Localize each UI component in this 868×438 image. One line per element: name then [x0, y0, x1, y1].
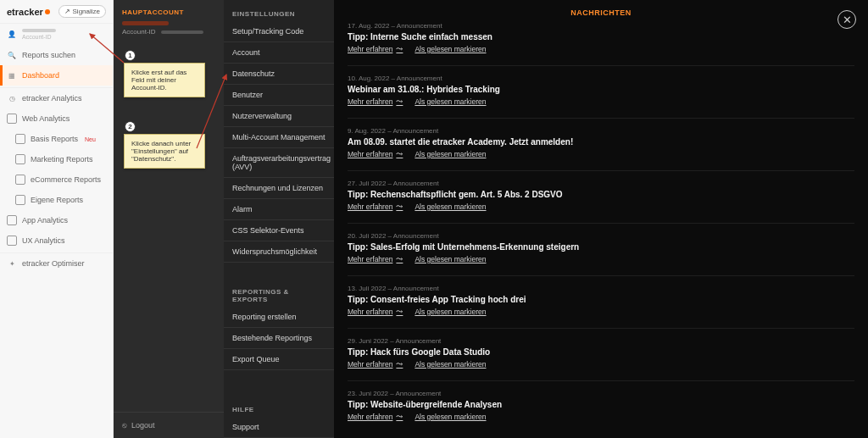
- report-icon: [15, 154, 25, 164]
- message-title: Webinar am 31.08.: Hybrides Tracking: [348, 85, 854, 94]
- mark-read-link[interactable]: Als gelesen markieren: [415, 150, 486, 158]
- nav-ux[interactable]: UX Analytics: [0, 230, 113, 251]
- brand-text: etracker: [7, 7, 43, 17]
- message: 9. Aug. 2022 – AnnouncementAm 08.09. sta…: [348, 127, 854, 170]
- message-date: 29. Juni 2022 – Announcement: [348, 337, 854, 345]
- report-icon: [15, 175, 25, 185]
- settings-item[interactable]: Benutzer: [224, 85, 334, 106]
- more-link[interactable]: Mehr erfahren ⤳: [348, 254, 403, 263]
- mark-read-link[interactable]: Als gelesen markieren: [415, 202, 486, 211]
- mark-read-link[interactable]: Als gelesen markieren: [415, 45, 486, 53]
- settings-item[interactable]: Datenschutz: [224, 64, 334, 85]
- nav-analytics[interactable]: ◷ etracker Analytics: [0, 87, 113, 108]
- more-link[interactable]: Mehr erfahren ⤳: [348, 97, 403, 106]
- message: 29. Juni 2022 – AnnouncementTipp: Hack f…: [348, 337, 854, 380]
- reports-item[interactable]: Export Queue: [224, 349, 334, 370]
- app-icon: [7, 215, 17, 225]
- callout-1-number: 1: [125, 50, 136, 61]
- message-date: 10. Aug. 2022 – Announcement: [348, 75, 854, 82]
- message: 10. Aug. 2022 – AnnouncementWebinar am 3…: [348, 75, 854, 118]
- settings-item[interactable]: CSS Selektor-Events: [224, 220, 334, 241]
- account-selector[interactable]: Account-ID: [114, 21, 224, 41]
- close-button[interactable]: ✕: [837, 10, 856, 29]
- plugin-icon: ✦: [7, 258, 17, 269]
- settings-item[interactable]: Rechnungen und Lizenzen: [224, 178, 334, 199]
- settings-item[interactable]: Account: [224, 42, 334, 64]
- arrow-right-icon: ⤳: [396, 359, 403, 369]
- callout-2-number: 2: [125, 121, 136, 132]
- settings-item[interactable]: Alarm: [224, 199, 334, 220]
- share-icon: ↗: [64, 8, 70, 15]
- logout-button[interactable]: ⎋ Logout: [114, 412, 224, 438]
- messages-panel: NACHRICHTEN ✕ 17. Aug. 2022 – Announceme…: [334, 0, 868, 438]
- primary-nav: etracker ↗ Signalize 👤 Account-ID 🔍 Repo…: [0, 0, 114, 438]
- mark-read-link[interactable]: Als gelesen markieren: [415, 255, 486, 263]
- help-header: HILFE: [224, 396, 334, 417]
- nav-basis-label: Basis Reports: [31, 135, 78, 143]
- nav-dashboard-label: Dashboard: [22, 71, 59, 80]
- messages-feed: 17. Aug. 2022 – AnnouncementTipp: Intern…: [334, 22, 868, 435]
- signalize-button[interactable]: ↗ Signalize: [58, 5, 106, 18]
- dashboard-icon: ▦: [7, 70, 17, 80]
- nav-eigene-label: Eigene Reports: [31, 196, 83, 204]
- account-panel-header: HAUPTACCOUNT: [114, 0, 224, 21]
- ux-icon: [7, 236, 17, 246]
- nav-app-label: App Analytics: [22, 216, 68, 225]
- arrow-right-icon: ⤳: [396, 149, 403, 158]
- message-date: 9. Aug. 2022 – Announcement: [348, 127, 854, 135]
- message-title: Tipp: Interne Suche einfach messen: [348, 32, 854, 42]
- more-link[interactable]: Mehr erfahren ⤳: [348, 412, 403, 421]
- settings-item[interactable]: Nutzerverwaltung: [224, 106, 334, 127]
- reports-item[interactable]: Reporting erstellen: [224, 307, 334, 328]
- more-link[interactable]: Mehr erfahren ⤳: [348, 359, 403, 369]
- account-row[interactable]: 👤 Account-ID: [0, 24, 113, 45]
- nav-app[interactable]: App Analytics: [0, 210, 113, 230]
- more-link[interactable]: Mehr erfahren ⤳: [348, 202, 403, 211]
- mark-read-link[interactable]: Als gelesen markieren: [415, 413, 486, 421]
- report-icon: [15, 195, 25, 205]
- nav-ecom-label: eCommerce Reports: [31, 175, 101, 184]
- report-icon: [15, 134, 25, 144]
- message: 23. Juni 2022 – AnnouncementTipp: Websit…: [348, 390, 854, 433]
- more-link[interactable]: Mehr erfahren ⤳: [348, 307, 403, 316]
- message-title: Tipp: Website-übergreifende Analysen: [348, 400, 854, 409]
- reports-item[interactable]: Bestehende Reportings: [224, 328, 334, 349]
- arrow-right-icon: ⤳: [396, 307, 403, 316]
- nav-marketing-label: Marketing Reports: [31, 155, 93, 164]
- nav-marketing[interactable]: Marketing Reports: [0, 149, 113, 169]
- message-title: Tipp: Sales-Erfolg mit Unternehmens-Erke…: [348, 242, 854, 252]
- mark-read-link[interactable]: Als gelesen markieren: [415, 360, 486, 369]
- nav-eigene[interactable]: Eigene Reports: [0, 190, 113, 210]
- arrow-right-icon: ⤳: [396, 412, 403, 421]
- settings-item[interactable]: Multi-Account Management: [224, 127, 334, 148]
- reports-header: REPORTINGS & EXPORTS: [224, 278, 334, 307]
- settings-item[interactable]: Widerspruchsmöglichkeit: [224, 241, 334, 263]
- nav-web[interactable]: Web Analytics: [0, 108, 113, 129]
- nav-optimiser-label: etracker Optimiser: [22, 259, 85, 268]
- mark-read-link[interactable]: Als gelesen markieren: [415, 308, 486, 316]
- more-link[interactable]: Mehr erfahren ⤳: [348, 149, 403, 158]
- callout-1: 1 Klicke erst auf das Feld mit deiner Ac…: [124, 63, 205, 97]
- arrow-right-icon: ⤳: [396, 254, 403, 263]
- help-item[interactable]: Support: [224, 417, 334, 438]
- new-badge: Neu: [85, 136, 96, 142]
- settings-item[interactable]: Auftragsverarbeitungsvertrag (AVV): [224, 148, 334, 178]
- nav-basis[interactable]: Basis Reports Neu: [0, 129, 113, 149]
- close-icon: ✕: [843, 14, 852, 26]
- settings-item[interactable]: Setup/Tracking Code: [224, 21, 334, 42]
- web-icon: [7, 114, 17, 124]
- nav-optimiser[interactable]: ✦ etracker Optimiser: [0, 252, 113, 274]
- account-id-redacted: [161, 30, 203, 34]
- message-date: 17. Aug. 2022 – Announcement: [348, 22, 854, 30]
- nav-web-label: Web Analytics: [22, 114, 70, 123]
- more-link[interactable]: Mehr erfahren ⤳: [348, 44, 403, 53]
- search-row[interactable]: 🔍 Reports suchen: [0, 45, 113, 65]
- mark-read-link[interactable]: Als gelesen markieren: [415, 97, 486, 106]
- message-date: 13. Juli 2022 – Announcement: [348, 285, 854, 292]
- message: 20. Juli 2022 – AnnouncementTipp: Sales-…: [348, 232, 854, 275]
- nav-ecom[interactable]: eCommerce Reports: [0, 169, 113, 190]
- nav-analytics-label: etracker Analytics: [22, 94, 82, 103]
- nav-dashboard[interactable]: ▦ Dashboard: [0, 65, 113, 86]
- callout-2: 2 Klicke danach unter "Einstellungen" au…: [124, 134, 205, 169]
- message: 13. Juli 2022 – AnnouncementTipp: Consen…: [348, 285, 854, 328]
